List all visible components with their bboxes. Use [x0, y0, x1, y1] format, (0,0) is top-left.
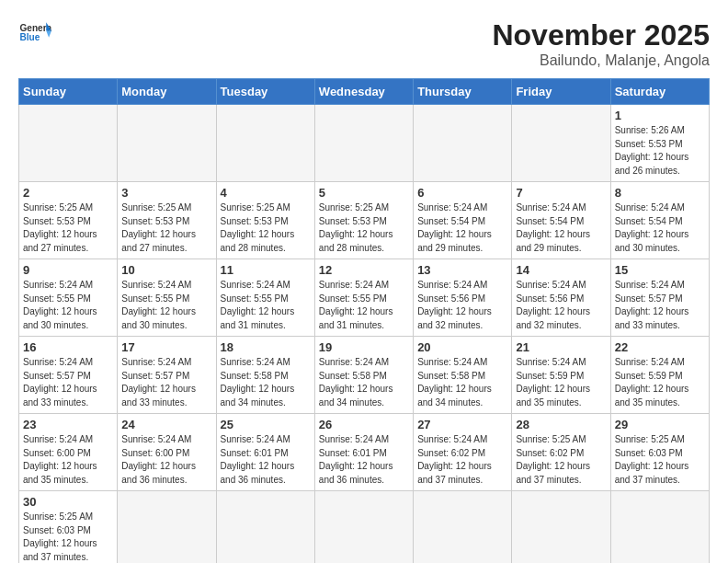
day-number: 19 — [319, 340, 409, 354]
day-info: Sunrise: 5:25 AM Sunset: 5:53 PM Dayligh… — [221, 201, 311, 255]
svg-marker-3 — [46, 31, 51, 38]
day-number: 24 — [121, 418, 211, 431]
table-row: 11Sunrise: 5:24 AM Sunset: 5:55 PM Dayli… — [216, 259, 314, 337]
day-number: 1 — [615, 109, 705, 122]
day-number: 10 — [121, 263, 211, 277]
day-info: Sunrise: 5:25 AM Sunset: 5:53 PM Dayligh… — [319, 201, 409, 255]
day-info: Sunrise: 5:24 AM Sunset: 6:02 PM Dayligh… — [417, 433, 507, 487]
day-info: Sunrise: 5:25 AM Sunset: 6:03 PM Dayligh… — [23, 511, 113, 563]
day-number: 11 — [221, 263, 311, 277]
table-row — [118, 491, 216, 564]
table-row — [118, 105, 216, 182]
table-row: 4Sunrise: 5:25 AM Sunset: 5:53 PM Daylig… — [216, 182, 314, 259]
table-row: 21Sunrise: 5:24 AM Sunset: 5:59 PM Dayli… — [512, 337, 610, 414]
header: General Blue November 2025 Bailundo, Mal… — [18, 18, 710, 69]
table-row: 6Sunrise: 5:24 AM Sunset: 5:54 PM Daylig… — [414, 182, 512, 259]
table-row: 22Sunrise: 5:24 AM Sunset: 5:59 PM Dayli… — [610, 337, 709, 414]
day-number: 4 — [221, 186, 311, 200]
day-number: 28 — [516, 418, 606, 431]
table-row: 28Sunrise: 5:25 AM Sunset: 6:02 PM Dayli… — [512, 414, 610, 491]
table-row: 1Sunrise: 5:26 AM Sunset: 5:53 PM Daylig… — [610, 105, 709, 182]
day-info: Sunrise: 5:24 AM Sunset: 5:56 PM Dayligh… — [417, 279, 507, 332]
table-row: 13Sunrise: 5:24 AM Sunset: 5:56 PM Dayli… — [414, 259, 512, 337]
day-info: Sunrise: 5:24 AM Sunset: 5:59 PM Dayligh… — [615, 356, 705, 409]
calendar-table: Sunday Monday Tuesday Wednesday Thursday… — [18, 78, 710, 563]
day-info: Sunrise: 5:24 AM Sunset: 5:55 PM Dayligh… — [23, 279, 113, 332]
day-info: Sunrise: 5:24 AM Sunset: 5:54 PM Dayligh… — [516, 201, 606, 255]
table-row: 3Sunrise: 5:25 AM Sunset: 5:53 PM Daylig… — [118, 182, 216, 259]
day-info: Sunrise: 5:24 AM Sunset: 5:59 PM Dayligh… — [516, 356, 606, 409]
day-number: 26 — [319, 418, 409, 431]
day-number: 6 — [417, 186, 507, 200]
table-row: 15Sunrise: 5:24 AM Sunset: 5:57 PM Dayli… — [610, 259, 709, 337]
col-saturday: Saturday — [610, 79, 709, 105]
day-number: 29 — [615, 418, 705, 431]
day-number: 23 — [23, 418, 113, 431]
table-row: 7Sunrise: 5:24 AM Sunset: 5:54 PM Daylig… — [512, 182, 610, 259]
col-sunday: Sunday — [19, 79, 118, 105]
day-number: 3 — [121, 186, 211, 200]
day-info: Sunrise: 5:25 AM Sunset: 5:53 PM Dayligh… — [23, 201, 113, 255]
table-row: 27Sunrise: 5:24 AM Sunset: 6:02 PM Dayli… — [414, 414, 512, 491]
day-number: 2 — [23, 186, 113, 200]
table-row — [414, 491, 512, 564]
day-info: Sunrise: 5:24 AM Sunset: 5:55 PM Dayligh… — [221, 279, 311, 332]
calendar-header-row: Sunday Monday Tuesday Wednesday Thursday… — [19, 79, 710, 105]
day-info: Sunrise: 5:24 AM Sunset: 5:58 PM Dayligh… — [319, 356, 409, 409]
table-row: 30Sunrise: 5:25 AM Sunset: 6:03 PM Dayli… — [19, 491, 118, 564]
day-info: Sunrise: 5:24 AM Sunset: 6:00 PM Dayligh… — [121, 433, 211, 487]
day-number: 18 — [221, 340, 311, 354]
table-row: 23Sunrise: 5:24 AM Sunset: 6:00 PM Dayli… — [19, 414, 118, 491]
table-row: 25Sunrise: 5:24 AM Sunset: 6:01 PM Dayli… — [216, 414, 314, 491]
page-subtitle: Bailundo, Malanje, Angola — [492, 52, 710, 69]
table-row: 14Sunrise: 5:24 AM Sunset: 5:56 PM Dayli… — [512, 259, 610, 337]
day-info: Sunrise: 5:24 AM Sunset: 5:55 PM Dayligh… — [121, 279, 211, 332]
table-row: 2Sunrise: 5:25 AM Sunset: 5:53 PM Daylig… — [19, 182, 118, 259]
day-number: 5 — [319, 186, 409, 200]
table-row — [314, 491, 413, 564]
day-info: Sunrise: 5:24 AM Sunset: 6:01 PM Dayligh… — [221, 433, 311, 487]
day-info: Sunrise: 5:24 AM Sunset: 5:58 PM Dayligh… — [417, 356, 507, 409]
day-number: 20 — [417, 340, 507, 354]
table-row: 12Sunrise: 5:24 AM Sunset: 5:55 PM Dayli… — [314, 259, 413, 337]
day-number: 21 — [516, 340, 606, 354]
day-info: Sunrise: 5:24 AM Sunset: 5:56 PM Dayligh… — [516, 279, 606, 332]
table-row — [216, 491, 314, 564]
col-monday: Monday — [118, 79, 216, 105]
day-info: Sunrise: 5:24 AM Sunset: 5:57 PM Dayligh… — [121, 356, 211, 409]
day-number: 30 — [23, 495, 113, 509]
day-number: 22 — [615, 340, 705, 354]
table-row — [610, 491, 709, 564]
title-area: November 2025 Bailundo, Malanje, Angola — [492, 18, 710, 69]
table-row — [512, 105, 610, 182]
table-row — [216, 105, 314, 182]
col-wednesday: Wednesday — [314, 79, 413, 105]
table-row: 18Sunrise: 5:24 AM Sunset: 5:58 PM Dayli… — [216, 337, 314, 414]
day-info: Sunrise: 5:25 AM Sunset: 6:02 PM Dayligh… — [516, 433, 606, 487]
day-info: Sunrise: 5:24 AM Sunset: 5:54 PM Dayligh… — [615, 201, 705, 255]
table-row: 17Sunrise: 5:24 AM Sunset: 5:57 PM Dayli… — [118, 337, 216, 414]
table-row: 29Sunrise: 5:25 AM Sunset: 6:03 PM Dayli… — [610, 414, 709, 491]
col-friday: Friday — [512, 79, 610, 105]
day-number: 14 — [516, 263, 606, 277]
table-row: 24Sunrise: 5:24 AM Sunset: 6:00 PM Dayli… — [118, 414, 216, 491]
day-number: 9 — [23, 263, 113, 277]
table-row: 20Sunrise: 5:24 AM Sunset: 5:58 PM Dayli… — [414, 337, 512, 414]
day-number: 25 — [221, 418, 311, 431]
day-info: Sunrise: 5:24 AM Sunset: 5:57 PM Dayligh… — [23, 356, 113, 409]
table-row — [414, 105, 512, 182]
logo: General Blue — [18, 18, 51, 46]
day-number: 8 — [615, 186, 705, 200]
table-row — [314, 105, 413, 182]
day-info: Sunrise: 5:25 AM Sunset: 6:03 PM Dayligh… — [615, 433, 705, 487]
col-thursday: Thursday — [414, 79, 512, 105]
col-tuesday: Tuesday — [216, 79, 314, 105]
day-number: 27 — [417, 418, 507, 431]
day-info: Sunrise: 5:24 AM Sunset: 6:00 PM Dayligh… — [23, 433, 113, 487]
day-number: 12 — [319, 263, 409, 277]
day-info: Sunrise: 5:25 AM Sunset: 5:53 PM Dayligh… — [121, 201, 211, 255]
table-row: 26Sunrise: 5:24 AM Sunset: 6:01 PM Dayli… — [314, 414, 413, 491]
table-row: 10Sunrise: 5:24 AM Sunset: 5:55 PM Dayli… — [118, 259, 216, 337]
day-number: 7 — [516, 186, 606, 200]
day-number: 16 — [23, 340, 113, 354]
